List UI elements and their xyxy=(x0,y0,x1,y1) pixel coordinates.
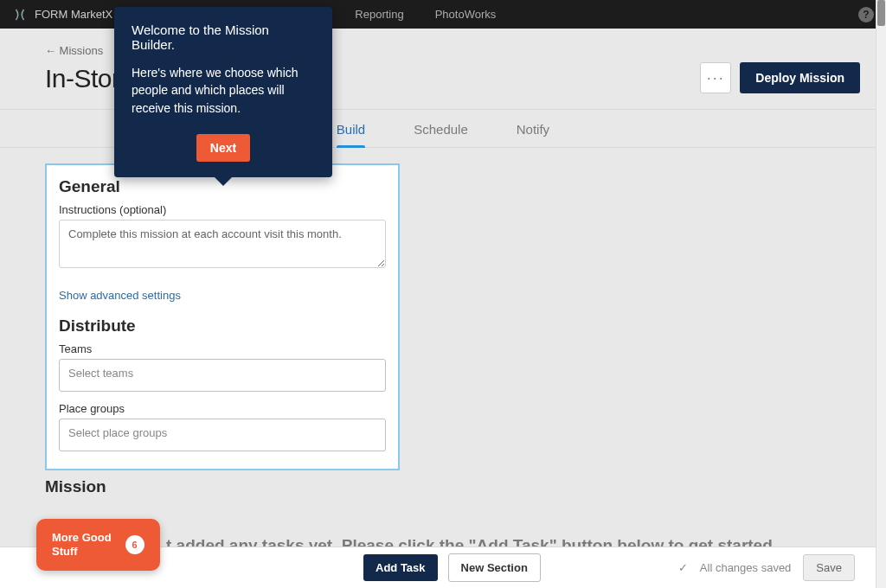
highlighted-panel: General Instructions (optional) Complete… xyxy=(45,163,400,470)
announcements-pill[interactable]: More Good Stuff 6 xyxy=(36,519,160,572)
place-groups-label: Place groups xyxy=(59,402,386,415)
tooltip-caret-icon xyxy=(215,177,232,186)
instructions-textarea[interactable]: Complete this mission at each account vi… xyxy=(59,220,386,268)
check-icon: ✓ xyxy=(678,561,688,574)
back-to-missions-link[interactable]: ← Missions xyxy=(45,44,120,57)
vertical-scrollbar[interactable] xyxy=(876,0,886,588)
distribute-heading: Distribute xyxy=(59,316,386,336)
help-icon[interactable]: ? xyxy=(858,7,874,22)
save-status-text: All changes saved xyxy=(700,561,792,574)
top-nav-links: Reporting PhotoWorks xyxy=(355,8,496,21)
nav-reporting[interactable]: Reporting xyxy=(355,8,403,21)
tab-notify[interactable]: Notify xyxy=(517,110,549,147)
save-status-group: ✓ All changes saved Save xyxy=(678,554,855,581)
more-actions-button[interactable]: ··· xyxy=(700,62,731,93)
place-groups-placeholder-text: Select place groups xyxy=(68,426,167,439)
announcements-label: More Good Stuff xyxy=(52,531,112,559)
teams-label: Teams xyxy=(59,342,386,355)
onboarding-tooltip: Welcome to the Mission Builder. Here's w… xyxy=(114,7,332,177)
brand-logo-icon xyxy=(12,7,28,22)
new-section-button[interactable]: New Section xyxy=(448,553,541,582)
save-button[interactable]: Save xyxy=(803,554,855,581)
nav-photoworks[interactable]: PhotoWorks xyxy=(435,8,497,21)
tooltip-body: Here's where we choose which people and … xyxy=(132,64,315,117)
mission-heading: Mission xyxy=(45,477,860,496)
place-groups-select[interactable]: Select place groups xyxy=(59,419,386,451)
tab-build[interactable]: Build xyxy=(337,110,365,147)
tab-schedule[interactable]: Schedule xyxy=(414,110,468,147)
announcements-count-badge: 6 xyxy=(125,535,144,554)
scrollbar-thumb[interactable] xyxy=(877,0,885,26)
instructions-label: Instructions (optional) xyxy=(59,203,386,216)
tooltip-next-button[interactable]: Next xyxy=(196,134,250,162)
brand-name: FORM MarketX xyxy=(35,8,112,21)
brand-group: FORM MarketX xyxy=(12,7,112,22)
show-advanced-settings-link[interactable]: Show advanced settings xyxy=(59,289,181,302)
teams-placeholder-text: Select teams xyxy=(68,367,133,380)
add-task-button[interactable]: Add Task xyxy=(363,554,438,581)
teams-select[interactable]: Select teams xyxy=(59,359,386,392)
page-title: In-Stor xyxy=(45,64,120,93)
deploy-mission-button[interactable]: Deploy Mission xyxy=(740,62,860,93)
tooltip-title: Welcome to the Mission Builder. xyxy=(132,22,315,52)
